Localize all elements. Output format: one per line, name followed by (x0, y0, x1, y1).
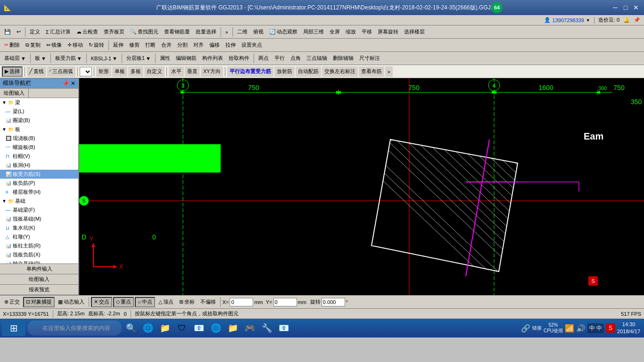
fullscreen-btn[interactable]: 全屏 (327, 27, 342, 37)
top-view-btn[interactable]: 俯视 (251, 27, 266, 37)
undo-btn[interactable]: ↩ (14, 27, 23, 37)
sidebar-item-sump[interactable]: ⊔ 集水坑(K) (0, 223, 78, 232)
more2-btn[interactable]: » (385, 66, 393, 77)
taskbar-icon-tool[interactable]: 🔧 (259, 321, 274, 336)
drawing-input-btn[interactable]: 绘图输入 (0, 274, 78, 285)
sidebar-item-plate-hole[interactable]: 📊 板洞(H) (0, 161, 78, 170)
taskbar-icon-edge[interactable]: 🛡 (174, 321, 190, 336)
view-rebar-layout-btn[interactable]: 查看布筋 (359, 66, 384, 77)
link-icon[interactable]: 🔗 (521, 324, 530, 333)
view-rebar-btn[interactable]: 查看钢筋量 (162, 27, 192, 37)
pick-component-btn[interactable]: 拾取构件 (226, 53, 252, 64)
sidebar-item-plate-neg-rebar[interactable]: 📊 板负筋(P) (0, 179, 78, 188)
pin-icon[interactable]: 📌 (634, 17, 640, 23)
sidebar-item-col-pier[interactable]: △ 柱墩(Y) (0, 232, 78, 241)
taskbar-icon-ie2[interactable]: 🌐 (208, 321, 223, 336)
dropdown-icon[interactable]: ▼ (586, 18, 590, 23)
start-button[interactable]: ⊞ (2, 320, 25, 336)
taskbar-icon-folder[interactable]: 📁 (157, 321, 173, 336)
taskbar-icon-ie[interactable]: 🌐 (140, 321, 156, 336)
delete-btn[interactable]: ✂删除 (2, 40, 22, 50)
sidebar-item-found-cat[interactable]: ▼ 📁 基础 (0, 197, 78, 206)
vert-btn[interactable]: 垂直 (185, 66, 200, 77)
zoom-btn[interactable]: 缩放 (343, 27, 358, 37)
nooffset-btn[interactable]: 不偏移 (198, 297, 218, 307)
taskbar-icon-email[interactable]: 📧 (191, 321, 206, 336)
sidebar-item-raft-neg-rebar[interactable]: 📊 筏板负筋(X) (0, 250, 78, 259)
stretch-btn[interactable]: 拉伸 (223, 40, 238, 50)
align-btn[interactable]: 对齐 (191, 40, 206, 50)
report-preview-btn[interactable]: 报表预览 (0, 285, 78, 295)
rebar-dropdown[interactable]: 板受力筋 ▼ (53, 53, 84, 64)
canvas-area[interactable]: 750 750 1600 300 750 3 (79, 78, 644, 295)
sidebar-close-btn[interactable]: ✕ (71, 80, 75, 87)
sidebar-item-beam-l[interactable]: — 梁(L) (0, 107, 78, 116)
intersect-btn[interactable]: ✕ 交点 (91, 297, 112, 307)
move-btn[interactable]: ✛移动 (65, 40, 85, 50)
find-element-btn[interactable]: 🔍查找图元 (128, 27, 161, 37)
sidebar-item-found-beam[interactable]: — 基础梁(F) (0, 206, 78, 214)
split-btn[interactable]: 分割 (175, 40, 190, 50)
taskbar-icon-file[interactable]: 📁 (225, 321, 240, 336)
define-btn[interactable]: 定义 (27, 27, 42, 37)
sidebar-pin-btn[interactable]: 📌 (62, 80, 69, 87)
taskbar-search[interactable]: 在这里输入你要搜索的内容 (27, 321, 122, 336)
more-btn[interactable]: » (223, 27, 231, 37)
sidebar-item-floor-band[interactable]: ≡ 楼层板带(H) (0, 188, 78, 197)
sidebar-item-cast-plate[interactable]: 🔲 现浇板(B) (0, 134, 78, 143)
dynamic-input-btn[interactable]: ▦ 动态输入 (56, 297, 87, 307)
mirror-btn[interactable]: ⇔镜像 (44, 40, 64, 50)
calc-btn[interactable]: Σ汇总计算 (43, 27, 73, 37)
xy-btn[interactable]: XY方向 (201, 66, 223, 77)
y-input[interactable] (273, 298, 297, 306)
align-plate-btn[interactable]: 查齐板页 (101, 27, 127, 37)
extend-btn[interactable]: 延伸 (111, 40, 126, 50)
custom-btn[interactable]: 自定义 (144, 66, 165, 77)
level-dropdown[interactable]: 分层板1 ▼ (124, 53, 153, 64)
arc-btn[interactable]: ◜三点画弧 (47, 66, 75, 77)
batch-select-btn[interactable]: 批量选择 (193, 27, 219, 37)
center-snap-btn[interactable]: ○ 中点 (135, 297, 155, 307)
taskbar-icon-cortana[interactable]: 🔍 (124, 321, 139, 336)
clock-display[interactable]: 14:30 2018/4/17 (617, 321, 640, 336)
select-floor-btn[interactable]: 选择楼层 (402, 27, 427, 37)
merge-btn[interactable]: 合并 (159, 40, 174, 50)
single-component-btn[interactable]: 单构件输入 (0, 264, 78, 274)
three-point-btn[interactable]: 三点辐轴 (304, 53, 330, 64)
ortho-btn[interactable]: ⊕ 正交 (2, 297, 22, 307)
shape-select[interactable] (80, 67, 92, 76)
swap-label-btn[interactable]: 交换左右标注 (322, 66, 358, 77)
sidebar-item-spiral-plate[interactable]: 〰 螺旋板(B) (0, 143, 78, 152)
line-btn[interactable]: ╱直线 (27, 66, 46, 77)
trim-btn[interactable]: 修剪 (127, 40, 142, 50)
dynamic-obs-btn[interactable]: 🔄动态观察 (267, 27, 300, 37)
parallel-btn[interactable]: 平行 (272, 53, 287, 64)
multi-plate-btn[interactable]: 多板 (128, 66, 143, 77)
2d-btn[interactable]: 二维 (235, 27, 250, 37)
sidebar-item-plate-rebar[interactable]: 📊 板受力筋(S) (0, 170, 78, 179)
sidebar-item-col-main-rebar[interactable]: 📊 板柱主筋(R) (0, 241, 78, 250)
midpoint-btn[interactable]: ◇ 重点 (113, 297, 134, 307)
parallel-rebar-btn[interactable]: 平行边布置受力筋 (227, 66, 273, 77)
taskbar-icon-game[interactable]: 🎮 (242, 321, 257, 336)
del-aux-btn[interactable]: 删除辅轴 (330, 53, 356, 64)
coord-btn[interactable]: ⊞ 坐标 (177, 297, 197, 307)
volume-icon[interactable]: 🔊 (576, 324, 586, 333)
cloud-check-btn[interactable]: ☁云检查 (74, 27, 100, 37)
screen-rotate-btn[interactable]: 屏幕旋转 (375, 27, 401, 37)
ime-indicator[interactable]: 中 中 (587, 323, 604, 333)
select-tool-btn[interactable]: ▶选择 (2, 66, 23, 77)
angle-btn[interactable]: 点角 (288, 53, 303, 64)
rotate-input[interactable] (322, 298, 345, 306)
save-btn[interactable]: 💾 (2, 27, 13, 37)
type-dropdown[interactable]: KBSLJ-1 ▼ (89, 53, 120, 64)
minimize-button[interactable]: ─ (611, 3, 619, 12)
network-icon[interactable]: 📶 (565, 324, 574, 333)
auto-rebar-btn[interactable]: 自动配筋 (296, 66, 321, 77)
edit-rebar-btn[interactable]: 编辑钢筋 (173, 53, 199, 64)
rect-btn[interactable]: 矩形 (96, 66, 111, 77)
x-input[interactable] (230, 298, 253, 306)
close-button[interactable]: ✕ (632, 3, 640, 12)
phone-number[interactable]: 13907298339 (553, 17, 584, 23)
dimension-btn[interactable]: 尺寸标注 (357, 53, 382, 64)
